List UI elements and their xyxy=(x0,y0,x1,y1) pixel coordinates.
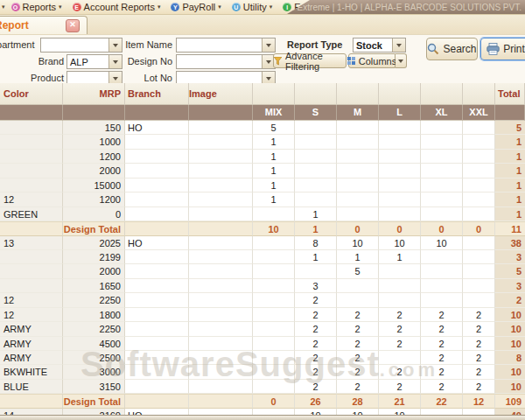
chevron-down-icon[interactable]: ▾ xyxy=(2,4,5,10)
table-row[interactable]: 150HO55 xyxy=(0,121,525,135)
table-row[interactable]: 12225022 xyxy=(0,293,525,307)
table-row[interactable]: 1218002222210 xyxy=(0,308,525,322)
cell-mix xyxy=(253,380,295,394)
table-row[interactable]: 12120011 xyxy=(0,192,525,206)
size-header-xl[interactable]: XL xyxy=(421,105,463,121)
report-type-value: Stock xyxy=(354,40,392,51)
cell-l xyxy=(379,150,421,164)
cell-color xyxy=(0,150,63,164)
table-row[interactable]: 142160HO10101040 xyxy=(0,409,525,415)
size-header-xxl[interactable]: XXL xyxy=(463,105,495,121)
cell-branch xyxy=(125,135,189,149)
item-name-combo[interactable] xyxy=(176,38,276,52)
table-row[interactable]: ARMY45002222210 xyxy=(0,337,525,351)
table-row[interactable]: 1500011 xyxy=(0,178,525,192)
cell-s: 10 xyxy=(295,409,337,415)
table-row[interactable]: 200055 xyxy=(0,264,525,278)
print-label: Print xyxy=(503,43,525,55)
cell-branch xyxy=(125,164,189,178)
cell-mix xyxy=(253,250,295,264)
columns-dropdown-arrow[interactable] xyxy=(396,53,407,68)
design-total-row[interactable]: Design Total02628212212109 xyxy=(0,394,525,408)
cell-image xyxy=(189,279,253,293)
table-row[interactable]: 100011 xyxy=(0,135,525,149)
cell-s xyxy=(295,264,337,278)
design-total-row[interactable]: Design Total101000011 xyxy=(0,221,525,235)
size-header-s[interactable]: S xyxy=(295,105,337,121)
cell-total: 109 xyxy=(495,394,525,408)
cell-branch xyxy=(125,192,189,206)
columns-button[interactable]: Columns xyxy=(348,53,396,68)
print-button[interactable]: Print xyxy=(480,38,525,60)
payroll-icon: Y xyxy=(171,3,179,11)
cell-xl: 2 xyxy=(421,380,463,394)
horizontal-scrollbar[interactable] xyxy=(0,415,525,420)
cell-xxl xyxy=(463,164,495,178)
cell-l xyxy=(379,207,421,221)
table-row[interactable]: ARMY250022228 xyxy=(0,351,525,365)
cell-image xyxy=(189,394,253,408)
table-row[interactable]: 21991113 xyxy=(0,250,525,264)
column-header-total[interactable]: Total xyxy=(495,83,525,105)
cell-branch xyxy=(125,150,189,164)
table-row[interactable]: BKWHITE30002222210 xyxy=(0,365,525,379)
cell-xxl xyxy=(463,250,495,264)
cell-mrp: 2025 xyxy=(63,236,125,250)
cell-mrp: 15000 xyxy=(63,178,125,192)
cell-mrp: 2500 xyxy=(63,351,125,365)
chevron-down-icon: ▾ xyxy=(270,4,273,10)
column-header-blank xyxy=(379,83,421,105)
cell-xxl xyxy=(463,279,495,293)
table-row[interactable]: BLUE31502222210 xyxy=(0,380,525,394)
cell-xxl: 2 xyxy=(463,322,495,336)
menu-items: OReports▾EAccount Reports▾YPayRoll▾UUtil… xyxy=(7,0,321,14)
menu-item-reports[interactable]: OReports▾ xyxy=(7,0,66,14)
tab-report[interactable]: Report ✕ xyxy=(0,16,88,34)
cell-xl: 2 xyxy=(421,365,463,379)
menu-item-payroll[interactable]: YPayRoll▾ xyxy=(166,0,225,14)
cell-mix xyxy=(253,236,295,250)
size-header-mix[interactable]: MIX xyxy=(253,105,295,121)
table-row[interactable]: 120011 xyxy=(0,150,525,164)
column-header-branch[interactable]: Branch xyxy=(125,83,189,105)
cell-total: 10 xyxy=(495,322,525,336)
column-header-mrp[interactable]: MRP xyxy=(63,83,125,105)
cell-l xyxy=(379,264,421,278)
report-type-combo[interactable]: Stock xyxy=(353,38,406,52)
cell-total: 10 xyxy=(495,337,525,351)
cell-mrp: 2250 xyxy=(63,322,125,336)
table-row[interactable]: 132025HO810101038 xyxy=(0,236,525,250)
cell-s xyxy=(295,164,337,178)
cell-mix: 1 xyxy=(253,178,295,192)
cell-xxl xyxy=(463,192,495,206)
search-button[interactable]: Search xyxy=(426,38,478,60)
menu-item-label: PayRoll xyxy=(182,2,215,12)
table-row[interactable]: ARMY22502222210 xyxy=(0,322,525,336)
cell-l xyxy=(379,192,421,206)
cell-mix xyxy=(253,409,295,415)
chevron-down-icon[interactable] xyxy=(262,38,275,52)
close-icon[interactable]: ✕ xyxy=(66,19,80,32)
advance-filtering-button[interactable]: Advance Filtering xyxy=(273,53,346,68)
cell-m xyxy=(337,207,379,221)
menu-item-account-reports[interactable]: EAccount Reports▾ xyxy=(68,0,165,14)
table-row[interactable]: 200011 xyxy=(0,164,525,178)
cell-mrp: 3150 xyxy=(63,380,125,394)
table-row[interactable]: GREEN011 xyxy=(0,207,525,221)
cell-total: 10 xyxy=(495,365,525,379)
size-header-m[interactable]: M xyxy=(337,105,379,121)
design-no-combo[interactable] xyxy=(176,54,276,69)
chevron-down-icon[interactable] xyxy=(392,38,405,52)
menu-item-utility[interactable]: UUtility▾ xyxy=(228,0,276,14)
size-header-l[interactable]: L xyxy=(379,105,421,121)
search-label: Search xyxy=(443,43,476,55)
column-header-image[interactable]: Image xyxy=(189,83,253,105)
table-row[interactable]: 165033 xyxy=(0,279,525,293)
column-header-color[interactable]: Color xyxy=(0,83,63,105)
cell-image xyxy=(189,351,253,365)
cell-color: BLUE xyxy=(0,380,63,394)
columns-label: Columns xyxy=(359,56,396,66)
cell-xl xyxy=(421,250,463,264)
cell-total: 11 xyxy=(495,221,525,235)
cell-total: 3 xyxy=(495,250,525,264)
